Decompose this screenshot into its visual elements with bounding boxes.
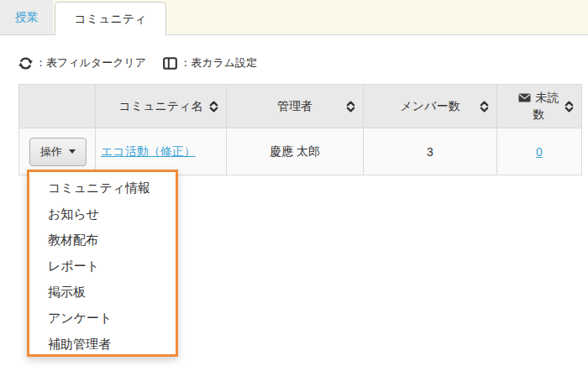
- header-cell-unread-count: 未読数: [497, 85, 581, 128]
- action-dropdown-menu: コミュニティ情報 お知らせ 教材配布 レポート 掲示板 アンケート 補助管理者: [27, 170, 178, 357]
- menu-item-material-distribution[interactable]: 教材配布: [29, 227, 176, 253]
- table-header-row: コミュニティ名 管理者 メンバー数: [19, 85, 581, 128]
- sort-icon[interactable]: [209, 100, 218, 112]
- table-row: 操作 エコ活動（修正） 慶應 太郎 3 0: [19, 128, 581, 175]
- header-cell-manager: 管理者: [227, 85, 364, 128]
- header-manager-label: 管理者: [277, 99, 312, 114]
- header-member-count-label: メンバー数: [401, 99, 460, 114]
- sort-icon[interactable]: [480, 100, 489, 112]
- tab-community-label: コミュニティ: [75, 12, 147, 27]
- tab-class-label: 授業: [15, 10, 39, 25]
- tab-class[interactable]: 授業: [0, 0, 53, 34]
- header-cell-community-name: コミュニティ名: [96, 85, 227, 128]
- row-cell-community-name: エコ活動（修正）: [96, 128, 227, 175]
- header-community-name-label: コミュニティ名: [119, 99, 203, 114]
- table-filter-clear-button[interactable]: ：表フィルタークリア: [18, 55, 146, 71]
- table-column-settings-button[interactable]: ：表カラム設定: [163, 55, 257, 71]
- tab-community[interactable]: コミュニティ: [55, 2, 166, 35]
- mail-icon: [518, 91, 534, 105]
- menu-item-survey[interactable]: アンケート: [29, 305, 176, 331]
- caret-down-icon: [69, 149, 76, 154]
- manager-name: 慶應 太郎: [270, 144, 320, 159]
- community-name-link[interactable]: エコ活動（修正）: [101, 144, 196, 159]
- menu-item-sub-administrator[interactable]: 補助管理者: [29, 331, 176, 357]
- row-cell-actions: 操作: [19, 128, 96, 175]
- menu-item-news[interactable]: お知らせ: [29, 201, 176, 227]
- header-cell-actions: [19, 85, 96, 128]
- action-button[interactable]: 操作: [29, 138, 87, 166]
- unread-count-link[interactable]: 0: [536, 145, 543, 159]
- menu-item-report[interactable]: レポート: [29, 253, 176, 279]
- header-unread-count-label: 未読数: [533, 91, 559, 121]
- table-column-settings-label: ：表カラム設定: [180, 55, 257, 71]
- table-filter-clear-label: ：表フィルタークリア: [35, 55, 146, 71]
- menu-item-bulletin-board[interactable]: 掲示板: [29, 279, 176, 305]
- row-cell-unread-count: 0: [497, 128, 581, 175]
- action-button-label: 操作: [40, 144, 62, 159]
- sort-icon[interactable]: [564, 100, 574, 112]
- refresh-icon: [18, 56, 33, 71]
- sort-icon[interactable]: [346, 100, 355, 112]
- table-toolbar: ：表フィルタークリア ：表カラム設定: [18, 53, 257, 73]
- member-count-value: 3: [427, 145, 433, 159]
- row-cell-member-count: 3: [364, 128, 497, 175]
- row-cell-manager: 慶應 太郎: [227, 128, 364, 175]
- header-cell-member-count: メンバー数: [364, 85, 497, 128]
- community-table: コミュニティ名 管理者 メンバー数: [18, 84, 582, 175]
- tab-bar: 授業 コミュニティ: [0, 0, 588, 35]
- menu-item-community-info[interactable]: コミュニティ情報: [29, 175, 176, 201]
- table-columns-icon: [163, 57, 177, 70]
